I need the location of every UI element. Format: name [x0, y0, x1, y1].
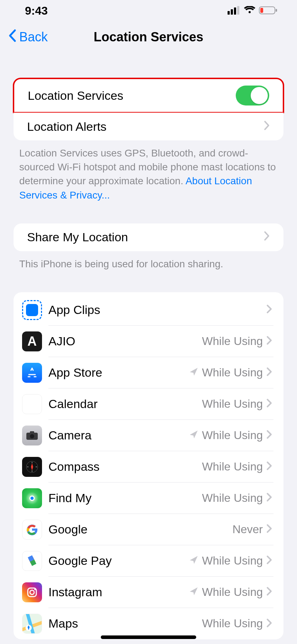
chevron-right-icon — [266, 461, 272, 472]
chevron-right-icon — [266, 367, 272, 378]
app-name-label: App Clips — [48, 303, 263, 317]
app-status-label: While Using — [202, 460, 263, 473]
chevron-right-icon — [266, 493, 272, 503]
app-row-instagram[interactable]: Instagram While Using — [14, 577, 283, 608]
app-row-app-store[interactable]: App Store While Using — [14, 357, 283, 388]
svg-rect-5 — [276, 9, 277, 12]
status-bar: 9:43 — [0, 0, 297, 21]
status-time: 9:43 — [25, 4, 48, 17]
row-label: Location Services — [28, 89, 236, 103]
chevron-right-icon — [266, 398, 272, 409]
battery-icon — [259, 4, 277, 17]
google-pay-icon — [22, 551, 42, 571]
svg-point-13 — [30, 590, 34, 594]
app-status-label: While Using — [202, 617, 263, 630]
cellular-icon — [228, 4, 240, 17]
app-name-label: Google — [48, 522, 233, 536]
app-row-google[interactable]: Google Never — [14, 514, 283, 545]
app-name-label: Compass — [48, 460, 202, 474]
chevron-right-icon — [266, 304, 272, 315]
app-row-compass[interactable]: Compass While Using — [14, 451, 283, 483]
app-row-app-clips[interactable]: App Clips — [14, 294, 283, 326]
wifi-icon — [244, 4, 255, 17]
svg-rect-2 — [234, 7, 236, 15]
chevron-right-icon — [266, 618, 272, 629]
chevron-right-icon — [266, 336, 272, 346]
app-row-camera[interactable]: Camera While Using — [14, 420, 283, 451]
chevron-right-icon — [266, 430, 272, 441]
camera-icon — [22, 426, 42, 445]
app-status-label: While Using — [202, 586, 263, 599]
app-status-label: While Using — [202, 554, 263, 567]
app-status-label: Never — [233, 523, 263, 536]
chevron-left-icon — [8, 29, 17, 46]
google-icon — [22, 520, 42, 540]
app-name-label: AJIO — [48, 334, 202, 348]
app-row-find-my[interactable]: Find My While Using — [14, 483, 283, 514]
row-location-alerts[interactable]: Location Alerts — [14, 113, 283, 140]
app-name-label: Find My — [48, 491, 202, 505]
svg-point-11 — [30, 496, 34, 500]
app-status-label: While Using — [202, 335, 263, 348]
footer-description-2: This iPhone is being used for location s… — [0, 251, 297, 271]
app-name-label: Google Pay — [48, 554, 189, 568]
location-arrow-icon — [189, 587, 198, 597]
find-my-icon — [22, 488, 42, 508]
row-share-my-location[interactable]: Share My Location — [14, 223, 283, 251]
location-arrow-icon — [189, 555, 198, 566]
chevron-right-icon — [266, 524, 272, 535]
group-location-settings: Location Alerts — [14, 113, 283, 140]
highlight-location-services: Location Services — [13, 78, 284, 113]
back-button[interactable]: Back — [8, 29, 48, 46]
calendar-icon — [22, 394, 42, 414]
location-arrow-icon — [189, 367, 198, 378]
app-status-label: While Using — [202, 366, 263, 379]
app-status-label: While Using — [202, 429, 263, 442]
maps-icon — [22, 614, 42, 634]
app-store-icon — [22, 363, 42, 383]
app-name-label: Instagram — [48, 585, 189, 599]
svg-rect-3 — [237, 6, 239, 15]
svg-rect-0 — [228, 11, 230, 15]
app-name-label: Camera — [48, 428, 189, 442]
app-row-google-pay[interactable]: Google Pay While Using — [14, 545, 283, 577]
chevron-right-icon — [266, 587, 272, 597]
app-row-maps[interactable]: Maps While Using — [14, 608, 283, 639]
nav-bar: Back Location Services — [0, 21, 297, 53]
footer-description-1: Location Services uses GPS, Bluetooth, a… — [0, 140, 297, 202]
app-clips-icon — [22, 300, 42, 320]
ajio-icon: A — [22, 331, 42, 351]
app-row-ajio[interactable]: A AJIO While Using — [14, 326, 283, 357]
chevron-right-icon — [264, 230, 270, 244]
app-row-calendar[interactable]: Calendar While Using — [14, 388, 283, 420]
row-label: Share My Location — [27, 230, 264, 244]
svg-rect-9 — [30, 431, 34, 433]
svg-rect-1 — [231, 9, 233, 15]
app-name-label: App Store — [48, 366, 189, 380]
app-name-label: Calendar — [48, 397, 202, 411]
svg-point-8 — [30, 434, 34, 438]
back-label: Back — [19, 30, 48, 45]
svg-rect-6 — [260, 8, 263, 13]
app-status-label: While Using — [202, 397, 263, 411]
group-share-location: Share My Location — [14, 223, 283, 251]
location-arrow-icon — [189, 430, 198, 441]
compass-icon — [22, 457, 42, 477]
row-location-services[interactable]: Location Services — [14, 79, 283, 112]
chevron-right-icon — [266, 555, 272, 566]
row-label: Location Alerts — [27, 120, 264, 134]
svg-point-14 — [34, 589, 36, 590]
app-name-label: Maps — [48, 617, 202, 630]
location-services-toggle[interactable] — [236, 86, 269, 105]
app-status-label: While Using — [202, 491, 263, 505]
instagram-icon — [22, 582, 42, 602]
group-apps: App Clips A AJIO While Using App Store W… — [14, 292, 283, 639]
home-indicator[interactable] — [101, 635, 196, 639]
chevron-right-icon — [264, 120, 270, 134]
